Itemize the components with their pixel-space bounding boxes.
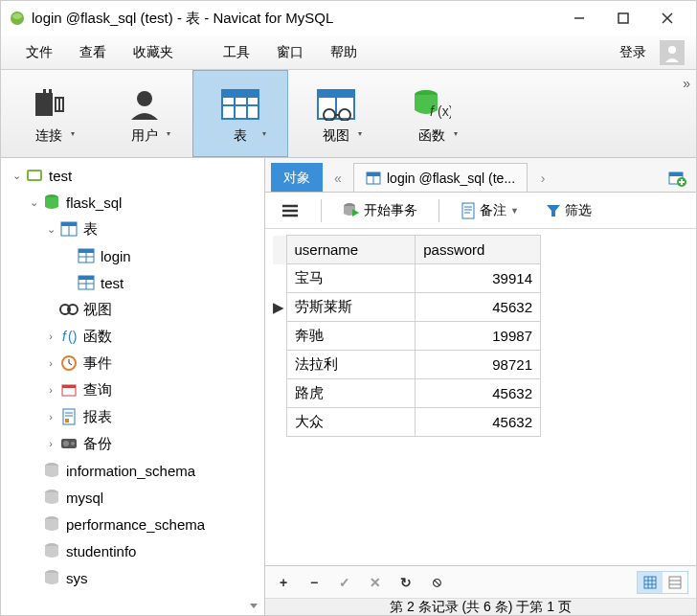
svg-text:(): () bbox=[68, 329, 77, 344]
menu-1[interactable]: 查看 bbox=[66, 40, 120, 65]
table-toolbar: 开始事务 备注 ▼ 筛选 bbox=[265, 193, 696, 229]
row-marker-icon: ▶ bbox=[273, 293, 286, 322]
svg-point-1 bbox=[12, 13, 22, 19]
table-row[interactable]: 宝马39914 bbox=[273, 264, 541, 293]
begin-transaction-button[interactable]: 开始事务 bbox=[337, 198, 423, 223]
report-icon bbox=[58, 408, 79, 425]
tree-twist-icon[interactable]: ⌄ bbox=[26, 196, 41, 209]
tree-table-login[interactable]: login bbox=[1, 242, 264, 269]
tree-database[interactable]: ⌄flask_sql bbox=[1, 189, 264, 216]
table-row[interactable]: 奔驰19987 bbox=[273, 322, 541, 351]
svg-rect-81 bbox=[644, 577, 656, 588]
data-grid-wrap: usernamepassword 宝马39914▶劳斯莱斯45632奔驰1998… bbox=[265, 229, 696, 565]
svg-rect-67 bbox=[669, 172, 683, 176]
sidebar-scroll-down-icon[interactable] bbox=[247, 599, 262, 614]
tree-twist-icon[interactable]: › bbox=[43, 357, 58, 369]
tree-twist-icon[interactable]: › bbox=[43, 438, 58, 449]
new-tab-button[interactable] bbox=[663, 165, 690, 192]
table-icon bbox=[76, 248, 97, 263]
svg-rect-54 bbox=[65, 419, 69, 422]
menu-4[interactable]: 窗口 bbox=[263, 40, 317, 65]
toolbar-user-button[interactable]: 用户▾ bbox=[97, 70, 192, 157]
menu-3[interactable]: 工具 bbox=[210, 40, 263, 65]
tree-db-studentinfo[interactable]: studentinfo bbox=[1, 537, 264, 564]
cancel-button[interactable]: ✕ bbox=[365, 575, 386, 590]
tree-table-test[interactable]: test bbox=[1, 269, 264, 296]
maximize-button[interactable] bbox=[602, 5, 644, 32]
tree-cat-view-infinity[interactable]: 视图 bbox=[1, 296, 264, 323]
toolbar-overflow-icon[interactable]: » bbox=[683, 76, 690, 91]
memo-icon bbox=[461, 202, 476, 219]
table-row[interactable]: 法拉利98721 bbox=[273, 351, 541, 379]
menu-button[interactable] bbox=[275, 199, 305, 222]
grid-nav-bar: + − ✓ ✕ ↻ ⦸ bbox=[265, 565, 696, 598]
tab-objects[interactable]: 对象 bbox=[271, 163, 323, 192]
tree-twist-icon[interactable]: › bbox=[43, 411, 58, 422]
refresh-button[interactable]: ↻ bbox=[395, 575, 416, 590]
filter-button[interactable]: 筛选 bbox=[540, 198, 597, 223]
table-row[interactable]: 大众45632 bbox=[273, 408, 541, 437]
col-password[interactable]: password bbox=[416, 236, 541, 264]
tab-scroll-left-icon[interactable]: « bbox=[326, 165, 349, 192]
menu-5[interactable]: 帮助 bbox=[317, 40, 371, 65]
view-infinity-icon bbox=[58, 303, 79, 316]
tree-twist-icon[interactable]: ⌄ bbox=[43, 223, 58, 236]
database-gray-icon bbox=[41, 462, 62, 479]
fx-small-icon: f() bbox=[58, 329, 79, 344]
tree-cat-fx-small[interactable]: ›f()函数 bbox=[1, 323, 264, 350]
view-mode-toggle bbox=[637, 571, 688, 594]
svg-marker-75 bbox=[352, 209, 359, 217]
avatar-icon[interactable] bbox=[660, 40, 685, 65]
tab-open-table[interactable]: login @flask_sql (te... bbox=[353, 163, 528, 192]
view-icon bbox=[316, 85, 356, 124]
add-row-button[interactable]: + bbox=[273, 575, 294, 590]
memo-button[interactable]: 备注 ▼ bbox=[455, 198, 525, 223]
menu-0[interactable]: 文件 bbox=[12, 40, 66, 65]
form-view-button[interactable] bbox=[663, 572, 687, 593]
main-toolbar: 连接▾用户▾表▾视图▾f(x)函数▾ » bbox=[1, 70, 696, 158]
data-grid[interactable]: usernamepassword 宝马39914▶劳斯莱斯45632奔驰1998… bbox=[273, 235, 541, 437]
tree-twist-icon[interactable]: › bbox=[43, 331, 58, 342]
table-row[interactable]: 路虎45632 bbox=[273, 379, 541, 408]
table-row[interactable]: ▶劳斯莱斯45632 bbox=[273, 293, 541, 322]
col-username[interactable]: username bbox=[286, 236, 416, 264]
svg-rect-50 bbox=[62, 385, 76, 388]
tree-cat-query[interactable]: ›查询 bbox=[1, 376, 264, 403]
commit-button[interactable]: ✓ bbox=[334, 575, 355, 590]
caret-down-icon: ▾ bbox=[167, 129, 170, 138]
grid-view-button[interactable] bbox=[638, 572, 663, 593]
caret-down-icon: ▼ bbox=[510, 206, 519, 216]
tree-cat-tables[interactable]: ⌄表 bbox=[1, 216, 264, 242]
stop-button[interactable]: ⦸ bbox=[426, 574, 447, 590]
tree-cat-report[interactable]: ›报表 bbox=[1, 403, 264, 430]
svg-rect-86 bbox=[669, 577, 681, 588]
toolbar-table-button[interactable]: 表▾ bbox=[192, 70, 288, 157]
tree-twist-icon[interactable]: ⌄ bbox=[9, 170, 24, 182]
tree-twist-icon[interactable]: › bbox=[43, 384, 58, 396]
svg-point-57 bbox=[71, 442, 75, 445]
minimize-button[interactable] bbox=[558, 5, 600, 32]
svg-rect-3 bbox=[618, 13, 628, 23]
toolbar-label: 表 bbox=[234, 127, 247, 145]
table-icon bbox=[220, 85, 260, 124]
row-marker-icon bbox=[273, 322, 286, 351]
tab-label: 对象 bbox=[283, 170, 310, 187]
close-button[interactable] bbox=[646, 5, 688, 32]
tab-scroll-right-icon[interactable]: › bbox=[531, 165, 554, 192]
delete-row-button[interactable]: − bbox=[304, 575, 325, 590]
login-menu[interactable]: 登录 bbox=[612, 40, 654, 65]
tree-cat-clock[interactable]: ›事件 bbox=[1, 350, 264, 376]
svg-rect-12 bbox=[60, 99, 62, 110]
tree-db-sys[interactable]: sys bbox=[1, 564, 264, 591]
toolbar-view-button[interactable]: 视图▾ bbox=[288, 70, 384, 157]
clock-icon bbox=[58, 355, 79, 371]
toolbar-plug-button[interactable]: 连接▾ bbox=[1, 70, 97, 157]
menu-2[interactable]: 收藏夹 bbox=[120, 40, 187, 65]
tree-db-performance_schema[interactable]: performance_schema bbox=[1, 511, 264, 537]
tree-connection[interactable]: ⌄test bbox=[1, 162, 264, 189]
tree-db-information_schema[interactable]: information_schema bbox=[1, 457, 264, 484]
tree-db-mysql[interactable]: mysql bbox=[1, 484, 264, 511]
toolbar-fx-button[interactable]: f(x)函数▾ bbox=[384, 70, 480, 157]
table-icon bbox=[76, 275, 97, 290]
tree-cat-backup[interactable]: ›备份 bbox=[1, 430, 264, 457]
